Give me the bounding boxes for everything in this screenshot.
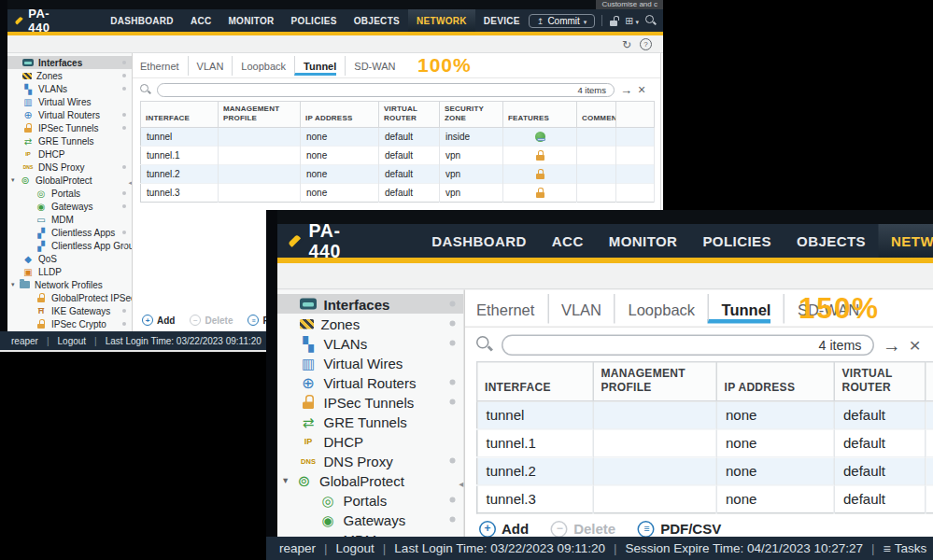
sidebar-item[interactable]: MDM [7, 213, 132, 226]
sidebar-item[interactable]: Interfaces [7, 56, 132, 69]
sidebar-item[interactable]: Virtual Routers [277, 372, 464, 392]
sidebar-item[interactable]: Interfaces [277, 294, 464, 314]
sidebar-item[interactable]: LLDP [7, 265, 132, 278]
expand-chevron-icon[interactable] [11, 176, 20, 184]
nav-item[interactable]: POLICIES [690, 224, 785, 258]
tab[interactable]: Tunnel [708, 293, 771, 323]
status-bar-item[interactable]: Language [926, 541, 933, 555]
status-bar-item[interactable]: Tasks [863, 541, 926, 556]
sidebar-item[interactable]: Network Profiles [7, 278, 132, 291]
column-header[interactable]: IP ADDRESS [301, 102, 379, 128]
sidebar-item[interactable]: DNS Proxy [7, 161, 132, 174]
sidebar-item[interactable]: GlobalProtect [7, 174, 132, 187]
nav-item[interactable]: MONITOR [596, 224, 690, 258]
nav-item[interactable]: ACC [539, 224, 596, 258]
sidebar-item[interactable]: IPSec Tunnels [7, 121, 132, 134]
table-row[interactable]: tunnel none default inside [141, 127, 655, 146]
clear-filter-icon[interactable] [638, 81, 645, 98]
column-header[interactable]: IP ADDRESS [716, 362, 834, 401]
sidebar-item[interactable]: Zones [7, 69, 132, 82]
table-row[interactable]: tunnel.3 none default vpn [477, 484, 933, 512]
sidebar-item[interactable]: DHCP [7, 147, 132, 161]
sidebar-item[interactable]: Virtual Wires [7, 95, 132, 108]
nav-item[interactable]: OBJECTS [346, 9, 408, 32]
sidebar-item[interactable]: Gateways [277, 510, 464, 529]
table-row[interactable]: tunnel.2 none default vpn [477, 456, 933, 484]
nav-item[interactable]: OBJECTS [785, 224, 879, 258]
column-header[interactable]: VIRTUAL ROUTER [379, 102, 440, 128]
sidebar-item[interactable]: Zones [277, 314, 464, 333]
sidebar-item[interactable]: GRE Tunnels [7, 134, 132, 147]
sidebar-item[interactable]: Virtual Wires [277, 353, 464, 372]
table-row[interactable]: tunnel none default inside [477, 400, 933, 428]
column-header[interactable]: SECURITY ZONE [440, 102, 503, 128]
sidebar-item[interactable]: Clientless Apps [7, 226, 132, 239]
sidebar-item[interactable]: Gateways [7, 200, 132, 213]
interface-link[interactable]: tunnel.1 [477, 428, 594, 456]
interface-link[interactable]: tunnel.2 [141, 164, 219, 183]
delete-button[interactable]: Delete [190, 315, 233, 326]
sidebar-item[interactable]: GlobalProtect [277, 470, 464, 490]
nav-item[interactable]: POLICIES [283, 9, 346, 32]
nav-item[interactable]: DASHBOARD [102, 9, 182, 32]
sidebar-item[interactable]: DNS Proxy [277, 451, 464, 470]
delete-button[interactable]: Delete [551, 521, 615, 538]
table-row[interactable]: tunnel.2 none default vpn [141, 164, 655, 183]
unlock-icon[interactable] [609, 16, 618, 26]
column-header[interactable]: COMMENT [577, 102, 616, 128]
sidebar-item[interactable]: IPSec Tunnels [277, 392, 464, 412]
interface-link[interactable]: tunnel.3 [477, 484, 594, 512]
tab[interactable]: Ethernet [140, 56, 179, 76]
add-button[interactable]: Add [142, 315, 175, 326]
tab[interactable]: VLAN [188, 56, 224, 76]
sidebar-item[interactable]: QoS [7, 252, 132, 265]
tab[interactable]: Ethernet [476, 293, 534, 323]
column-header[interactable] [615, 102, 655, 128]
nav-item[interactable]: DASHBOARD [419, 224, 540, 258]
nav-item[interactable]: MONITOR [219, 9, 282, 32]
refresh-icon[interactable] [622, 35, 631, 52]
column-header[interactable]: INTERFACE [141, 102, 219, 128]
sidebar-item[interactable]: GRE Tunnels [277, 412, 464, 431]
nav-item[interactable]: DEVICE [475, 9, 529, 32]
nav-item[interactable]: NETWORK [408, 9, 475, 32]
status-bar-item[interactable]: Logout [316, 541, 375, 555]
filter-input[interactable] [515, 335, 819, 354]
tab[interactable]: VLAN [547, 293, 601, 323]
pdf-csv-button[interactable]: PDF/CSV [638, 521, 721, 538]
sidebar-item[interactable]: Virtual Routers [7, 108, 132, 121]
interface-link[interactable]: tunnel.1 [141, 146, 219, 164]
commit-button[interactable]: Commit [529, 14, 596, 28]
interface-link[interactable]: tunnel [141, 127, 219, 146]
tab[interactable]: Tunnel [294, 56, 336, 76]
table-row[interactable]: tunnel.3 none default vpn [141, 183, 655, 202]
apply-filter-arrow-icon[interactable] [620, 81, 632, 98]
add-button[interactable]: Add [479, 521, 529, 538]
sidebar-item[interactable]: VLANs [277, 333, 464, 353]
table-row[interactable]: tunnel.1 none default vpn [477, 428, 933, 456]
expand-chevron-icon[interactable] [11, 281, 20, 288]
filter-input[interactable] [165, 84, 577, 96]
help-icon[interactable] [640, 38, 652, 50]
sidebar-item[interactable]: Portals [7, 187, 132, 200]
sidebar-item[interactable]: IKE Gateways [7, 304, 132, 317]
sidebar-item[interactable]: Portals [277, 490, 464, 510]
column-header[interactable]: INTERFACE [477, 362, 594, 401]
search-icon[interactable] [645, 15, 657, 26]
export-config-icon[interactable] [625, 15, 639, 27]
column-header[interactable]: SECURITY ZONE [926, 362, 933, 401]
sidebar-item[interactable]: DHCP [277, 431, 464, 451]
tab[interactable]: Loopback [615, 293, 696, 323]
column-header[interactable]: FEATURES [503, 102, 577, 128]
nav-item[interactable]: NETWORK [879, 224, 933, 258]
nav-item[interactable]: ACC [182, 9, 220, 32]
column-header[interactable]: MANAGEMENT PROFILE [593, 362, 716, 401]
interface-link[interactable]: tunnel.3 [141, 183, 219, 202]
interface-link[interactable]: tunnel [477, 400, 594, 428]
expand-chevron-icon[interactable] [283, 475, 296, 486]
sidebar-item[interactable]: Clientless App Groups [7, 239, 132, 252]
tab[interactable]: SD-WAN [345, 56, 395, 76]
table-row[interactable]: tunnel.1 none default vpn [141, 146, 655, 164]
column-header[interactable]: VIRTUAL ROUTER [834, 362, 926, 401]
status-bar-item[interactable]: Logout [38, 336, 86, 346]
